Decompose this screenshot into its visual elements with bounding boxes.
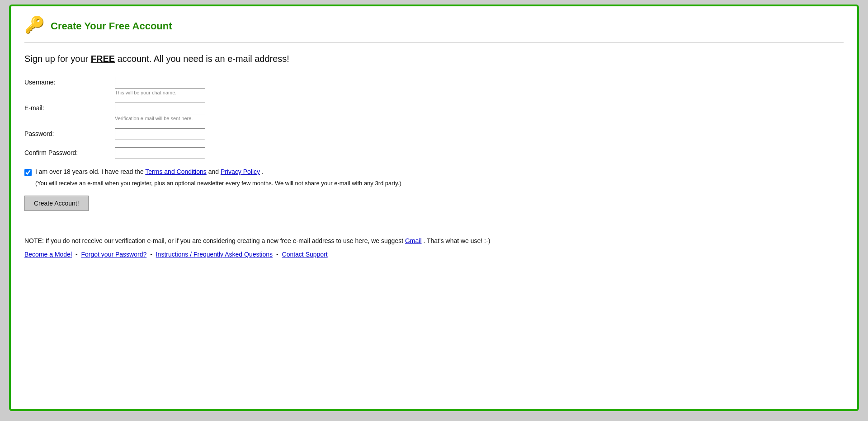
instructions-faq-link[interactable]: Instructions / Frequently Asked Question… (156, 251, 273, 258)
contact-support-link[interactable]: Contact Support (282, 251, 328, 258)
terms-label: I am over 18 years old. I have read the … (35, 168, 264, 175)
username-row: Username: This will be your chat name. (24, 77, 844, 95)
email-input[interactable] (115, 103, 205, 114)
password-input[interactable] (115, 128, 205, 140)
email-field-group: Verification e-mail will be sent here. (115, 103, 205, 121)
create-account-button[interactable]: Create Account! (24, 196, 89, 211)
separator-2: - (150, 251, 154, 258)
note-suffix: . That's what we use! :-) (423, 237, 490, 244)
password-label: Password: (24, 128, 115, 137)
tagline-prefix: Sign up for your (24, 54, 91, 64)
username-input[interactable] (115, 77, 205, 89)
terms-and-conditions-link[interactable]: Terms and Conditions (145, 168, 206, 175)
become-model-link[interactable]: Become a Model (24, 251, 72, 258)
page-header: 🔑 Create Your Free Account (24, 15, 844, 43)
username-label: Username: (24, 77, 115, 86)
privacy-policy-link[interactable]: Privacy Policy (221, 168, 260, 175)
privacy-note: (You will receive an e-mail when you reg… (35, 180, 844, 187)
gmail-link[interactable]: Gmail (405, 237, 422, 244)
forgot-password-link[interactable]: Forgot your Password? (81, 251, 147, 258)
confirm-password-label: Confirm Password: (24, 147, 115, 156)
terms-prefix: I am over 18 years old. I have read the (35, 168, 145, 175)
email-row: E-mail: Verification e-mail will be sent… (24, 103, 844, 121)
confirm-password-row: Confirm Password: (24, 147, 844, 159)
separator-1: - (75, 251, 80, 258)
tagline-suffix: account. All you need is an e-mail addre… (118, 54, 289, 64)
password-row: Password: (24, 128, 844, 140)
password-field-group (115, 128, 205, 140)
logo-icon: 🔑 (24, 15, 46, 37)
tagline-free: FREE (91, 54, 115, 64)
terms-period: . (262, 168, 264, 175)
email-hint: Verification e-mail will be sent here. (115, 116, 205, 121)
registration-form: Username: This will be your chat name. E… (24, 77, 844, 159)
note-section: NOTE: If you do not receive our verifica… (24, 237, 844, 244)
tagline: Sign up for your FREE account. All you n… (24, 54, 844, 64)
terms-checkbox[interactable] (24, 169, 32, 176)
page-title: Create Your Free Account (51, 20, 172, 32)
email-label: E-mail: (24, 103, 115, 112)
username-field-group: This will be your chat name. (115, 77, 205, 95)
terms-and: and (208, 168, 221, 175)
button-section: Create Account! (24, 196, 844, 225)
terms-checkbox-row: I am over 18 years old. I have read the … (24, 168, 844, 176)
page-container: 🔑 Create Your Free Account Sign up for y… (9, 5, 859, 411)
footer-links: Become a Model - Forgot your Password? -… (24, 251, 844, 258)
username-hint: This will be your chat name. (115, 90, 205, 95)
separator-3: - (276, 251, 280, 258)
note-prefix: NOTE: If you do not receive our verifica… (24, 237, 405, 244)
confirm-password-input[interactable] (115, 147, 205, 159)
confirm-password-field-group (115, 147, 205, 159)
